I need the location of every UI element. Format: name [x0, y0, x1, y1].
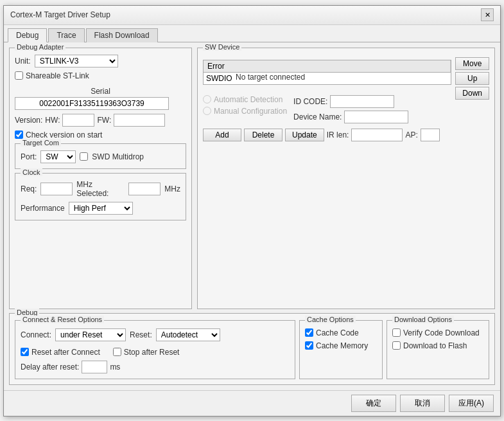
device-name-input[interactable]: [344, 111, 408, 123]
download-flash-checkbox[interactable]: [392, 341, 401, 350]
cancel-button[interactable]: 取消: [400, 395, 445, 412]
shareable-checkbox[interactable]: [15, 71, 23, 80]
download-options-label: Download Options: [392, 316, 454, 323]
add-button[interactable]: Add: [203, 129, 241, 141]
check-version-label: Check version on start: [26, 130, 102, 139]
id-code-label: ID CODE:: [293, 97, 327, 106]
swdio-label: SWDIO: [204, 73, 236, 84]
col-error: Error: [204, 60, 451, 72]
dialog-title: Cortex-M Target Driver Setup: [10, 10, 110, 19]
swd-multidrop-label: SWD Multidrop: [92, 152, 144, 161]
ir-len-input[interactable]: [351, 129, 403, 141]
connect-row: Connect: under Reset Reset: Autodetect: [21, 328, 290, 341]
sw-table: Error SWDIO No target connected: [203, 60, 451, 85]
unit-label: Unit:: [15, 57, 31, 66]
tab-bar: Debug Trace Flash Download: [4, 25, 500, 42]
serial-section: Serial 0022001F31335119363O3739: [15, 87, 186, 110]
stop-after-reset-checkbox[interactable]: [113, 348, 121, 356]
connect-select[interactable]: under Reset: [55, 328, 126, 341]
ap-input[interactable]: 1: [421, 129, 440, 141]
target-com-label: Target Com: [21, 139, 61, 147]
mhz2-label: MHz: [164, 184, 180, 193]
performance-select[interactable]: High Perf: [69, 202, 133, 215]
top-row: Debug Adapter Unit: STLINK-V3 Shareable …: [9, 48, 495, 309]
sw-table-header: Error: [204, 60, 451, 73]
ms-label: ms: [110, 363, 120, 372]
device-name-row: Device Name:: [293, 111, 408, 123]
down-button[interactable]: Down: [455, 87, 489, 100]
shareable-label: Shareable ST-Link: [26, 71, 89, 80]
swd-multidrop-checkbox[interactable]: [80, 152, 88, 161]
sw-device-group: SW Device Error SWDIO No target connecte…: [197, 48, 495, 309]
connect-reset-group: Connect & Reset Options Connect: under R…: [15, 320, 295, 379]
verify-row: Verify Code Download: [392, 328, 483, 337]
cache-code-row: Cache Code: [305, 328, 377, 337]
download-flash-label: Download to Flash: [403, 341, 467, 350]
req-label: Req:: [21, 184, 37, 193]
port-label: Port:: [21, 152, 37, 161]
tab-debug[interactable]: Debug: [8, 28, 47, 42]
req-input[interactable]: 4: [40, 183, 73, 195]
close-button[interactable]: ✕: [481, 8, 494, 21]
check-version-checkbox[interactable]: [15, 130, 23, 139]
hw-label: HW:: [45, 116, 60, 125]
move-button[interactable]: Move: [455, 57, 489, 70]
unit-row: Unit: STLINK-V3: [15, 55, 186, 67]
cache-code-label: Cache Code: [316, 328, 359, 337]
up-button[interactable]: Up: [455, 72, 489, 85]
auto-detection-radio[interactable]: [203, 95, 211, 103]
serial-label: Serial: [15, 87, 186, 96]
stop-after-reset-row: Stop after Reset: [113, 348, 180, 357]
swdio-row: SWDIO No target connected: [204, 73, 451, 84]
port-select[interactable]: SW: [40, 150, 76, 163]
delete-button[interactable]: Delete: [244, 129, 282, 141]
verify-checkbox[interactable]: [392, 328, 401, 337]
manual-config-label: Manual Configuration: [214, 107, 287, 116]
version-row: Version: HW: V3 FW: V3J15M7B5S1: [15, 114, 186, 127]
serial-value: 0022001F31335119363O3739: [15, 97, 169, 110]
ok-button[interactable]: 确定: [351, 395, 396, 412]
download-options-group: Download Options Verify Code Download Do…: [387, 320, 489, 379]
cache-options-label: Cache Options: [305, 316, 356, 323]
cache-code-checkbox[interactable]: [305, 328, 313, 337]
target-com-group: Target Com Port: SW SWD Multidrop: [15, 143, 186, 169]
clock-group: Clock Req: 4 MHz Selected: 3.300 MHz Per…: [15, 173, 186, 220]
verify-label: Verify Code Download: [403, 328, 480, 337]
clock-label: Clock: [21, 168, 42, 176]
no-target-text: No target connected: [236, 73, 305, 84]
sw-right-buttons: Move Up Down: [455, 56, 489, 141]
id-section: ID CODE: Device Name:: [293, 95, 408, 123]
performance-row: Performance High Perf: [21, 202, 180, 215]
delay-label: Delay after reset:: [21, 363, 79, 372]
cache-memory-checkbox[interactable]: [305, 341, 313, 350]
debug-group: Debug Connect & Reset Options Connect: u…: [9, 313, 495, 385]
title-bar: Cortex-M Target Driver Setup ✕: [4, 6, 500, 25]
fw-input[interactable]: V3J15M7B5S1: [114, 114, 165, 127]
selected-input[interactable]: 3.300: [128, 183, 161, 195]
debug-adapter-label: Debug Adapter: [15, 43, 65, 51]
reset-select[interactable]: Autodetect: [156, 328, 220, 341]
ap-label: AP:: [405, 130, 417, 139]
delay-input[interactable]: 0: [82, 361, 107, 373]
tab-flash-download[interactable]: Flash Download: [86, 28, 158, 42]
manual-config-radio[interactable]: [203, 107, 211, 115]
reset-after-connect-checkbox[interactable]: [21, 348, 29, 356]
update-button[interactable]: Update: [285, 129, 324, 141]
device-name-label: Device Name:: [293, 112, 342, 121]
reset-after-connect-label: Reset after Connect: [31, 348, 100, 357]
hw-input[interactable]: V3: [62, 114, 94, 127]
unit-select[interactable]: STLINK-V3: [35, 55, 118, 67]
tab-trace[interactable]: Trace: [48, 28, 84, 42]
id-code-input[interactable]: [330, 95, 394, 108]
connect-reset-label: Connect & Reset Options: [21, 316, 104, 323]
manual-config-row: Manual Configuration: [203, 107, 287, 116]
reset-label: Reset:: [130, 330, 152, 339]
id-code-row: ID CODE:: [293, 95, 408, 108]
download-flash-row: Download to Flash: [392, 341, 483, 350]
delay-row: Delay after reset: 0 ms: [21, 361, 290, 373]
auto-detection-row: Automatic Detection: [203, 95, 287, 104]
debug-adapter-group: Debug Adapter Unit: STLINK-V3 Shareable …: [9, 48, 192, 309]
connect-label: Connect:: [21, 330, 51, 339]
apply-button[interactable]: 应用(A): [449, 395, 494, 412]
check-version-row: Check version on start: [15, 130, 186, 139]
